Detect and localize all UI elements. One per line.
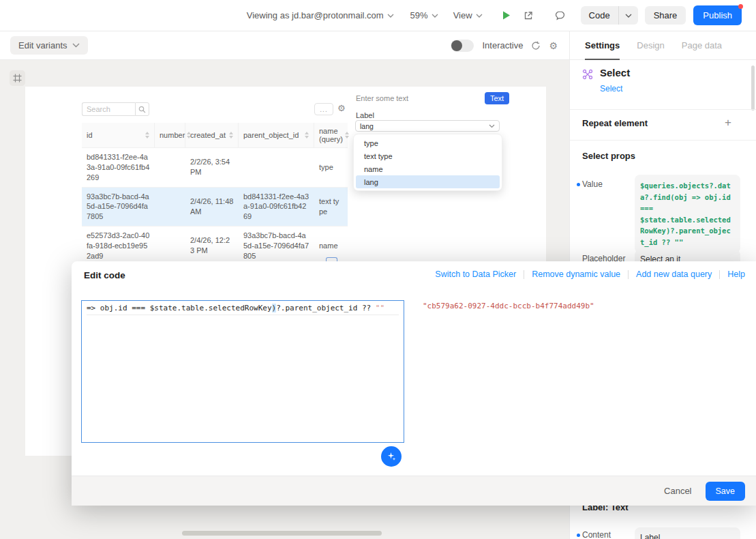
- prop-set-indicator: [577, 183, 580, 186]
- publish-label: Publish: [703, 10, 732, 20]
- chevron-down-icon: [432, 14, 438, 18]
- edit-variants-label: Edit variants: [18, 40, 67, 50]
- settings-gear-icon[interactable]: ⚙: [549, 41, 558, 50]
- save-button[interactable]: Save: [706, 482, 746, 501]
- zoom-level: 59%: [410, 10, 428, 20]
- cell-number: [155, 188, 185, 227]
- tab-design[interactable]: Design: [637, 31, 664, 59]
- share-button[interactable]: Share: [645, 6, 686, 25]
- switch-to-data-picker-link[interactable]: Switch to Data Picker: [435, 270, 516, 279]
- dropdown-option-lang-selected[interactable]: lang: [356, 175, 500, 188]
- value-prop-label: Value: [582, 179, 603, 189]
- ai-assist-button[interactable]: [381, 446, 402, 467]
- search-button[interactable]: [135, 102, 149, 116]
- artboard-frame-button[interactable]: [10, 70, 25, 86]
- edit-variants-dropdown[interactable]: Edit variants: [10, 36, 88, 55]
- select-dropdown: type text type name lang: [353, 134, 502, 191]
- divider: [570, 140, 756, 141]
- lang-select[interactable]: lang: [355, 120, 500, 132]
- add-repeat-button[interactable]: +: [725, 116, 731, 130]
- text-input-caption: Enter some text: [356, 94, 408, 102]
- code-line: => obj.id === $state.table.selectedRowKe…: [87, 304, 399, 315]
- value-prop-code[interactable]: $queries.objects?.data?.find(obj => obj.…: [635, 175, 740, 253]
- cell-id: e52573d3-2ac0-40fa-918d-ecb19e952ad9: [82, 227, 155, 265]
- panel-tabs: Settings Design Page data: [570, 31, 756, 60]
- prop-set-indicator: [577, 534, 580, 537]
- divider: [628, 270, 629, 279]
- remove-dynamic-value-link[interactable]: Remove dynamic value: [532, 270, 620, 279]
- cell-parent-object-id: 93a3bc7b-bacd-4a5d-a15e-7096d4fa7805: [239, 227, 314, 265]
- panel-scrollbar[interactable]: [751, 65, 755, 111]
- tab-page-data[interactable]: Page data: [682, 31, 722, 59]
- content-prop-label: Content: [582, 530, 611, 539]
- code-main: => obj.id === $state.table.selectedRowKe…: [87, 304, 272, 312]
- canvas-toolbar: Edit variants Interactive ⚙: [0, 31, 569, 60]
- cell-number: [155, 148, 185, 187]
- open-external-icon[interactable]: [523, 10, 534, 21]
- table-row[interactable]: e52573d3-2ac0-40fa-918d-ecb19e952ad9 2/4…: [82, 227, 348, 266]
- column-header-name-query[interactable]: name (query): [314, 123, 348, 147]
- viewing-as-label: Viewing as jd.bar@protonmail.com: [247, 10, 384, 20]
- tab-settings[interactable]: Settings: [585, 31, 620, 59]
- zoom-dropdown[interactable]: 59%: [410, 10, 438, 20]
- column-header-number[interactable]: number: [155, 123, 185, 147]
- cell-id: 93a3bc7b-bacd-4a5d-a15e-7096d4fa7805: [82, 188, 155, 227]
- component-link[interactable]: Select: [600, 84, 622, 93]
- divider: [570, 109, 756, 110]
- table-more-button[interactable]: ...: [314, 103, 333, 115]
- dropdown-option-text-type[interactable]: text type: [356, 149, 500, 162]
- code-dropdown-button[interactable]: [618, 6, 638, 25]
- cell-name: text type: [314, 188, 348, 227]
- sort-icon[interactable]: [229, 132, 233, 139]
- column-label: name (query): [319, 127, 343, 143]
- table-search: [82, 102, 149, 116]
- select-props-heading: Select props: [582, 151, 635, 161]
- divider: [719, 270, 720, 279]
- sort-icon[interactable]: [345, 132, 349, 139]
- horizontal-scrollbar[interactable]: [182, 531, 382, 536]
- table-settings-gear-icon[interactable]: ⚙: [337, 104, 346, 113]
- repeat-element-label: Repeat element: [582, 118, 648, 128]
- modal-footer: Cancel Save: [72, 476, 756, 506]
- frame-icon: [13, 74, 22, 83]
- top-bar: Viewing as jd.bar@protonmail.com 59% Vie…: [0, 0, 756, 31]
- view-dropdown[interactable]: View: [453, 10, 483, 20]
- chevron-down-icon: [387, 14, 394, 18]
- interactive-label: Interactive: [482, 40, 523, 50]
- preview-play-button[interactable]: [500, 10, 512, 21]
- comments-icon[interactable]: [554, 10, 566, 21]
- table-header-row: id number created_at parent_object_id na…: [82, 123, 348, 148]
- cell-created-at: 2/4/26, 11:48 AM: [185, 188, 239, 227]
- dropdown-option-name[interactable]: name: [356, 162, 500, 175]
- add-new-data-query-link[interactable]: Add new data query: [636, 270, 712, 279]
- search-input[interactable]: [82, 102, 135, 116]
- publish-button[interactable]: Publish: [693, 5, 742, 25]
- cancel-button[interactable]: Cancel: [664, 486, 691, 496]
- sort-icon[interactable]: [305, 132, 309, 139]
- table-row-selected[interactable]: 93a3bc7b-bacd-4a5d-a15e-7096d4fa7805 2/4…: [82, 188, 348, 227]
- column-label: id: [87, 131, 93, 139]
- cell-number: [155, 227, 185, 265]
- column-header-parent-object-id[interactable]: parent_object_id: [239, 123, 314, 147]
- refresh-icon[interactable]: [531, 41, 541, 50]
- search-icon: [138, 106, 146, 113]
- code-editor[interactable]: => obj.id === $state.table.selectedRowKe…: [81, 300, 404, 443]
- cell-created-at: 2/2/26, 3:54 PM: [185, 148, 239, 187]
- dropdown-option-type[interactable]: type: [356, 136, 500, 149]
- viewing-as-dropdown[interactable]: Viewing as jd.bar@protonmail.com: [247, 10, 394, 20]
- notification-dot: [738, 4, 743, 9]
- sort-icon[interactable]: [145, 132, 149, 139]
- table-row[interactable]: bd841331-f2ee-4a3a-91a0-09fc61fb4269 2/2…: [82, 148, 348, 188]
- column-header-id[interactable]: id: [82, 123, 155, 147]
- chevron-down-icon: [72, 43, 80, 48]
- interactive-toggle[interactable]: [451, 40, 474, 52]
- cell-id: bd841331-f2ee-4a3a-91a0-09fc61fb4269: [82, 148, 155, 187]
- column-header-created-at[interactable]: created_at: [185, 123, 239, 147]
- code-button[interactable]: Code: [581, 6, 618, 25]
- cell-name: type: [314, 148, 348, 187]
- text-button[interactable]: Text: [485, 92, 509, 104]
- column-label: created_at: [190, 131, 226, 139]
- component-title: Select: [600, 67, 630, 78]
- help-link[interactable]: Help: [727, 270, 745, 279]
- content-prop-value[interactable]: Label: [635, 527, 740, 539]
